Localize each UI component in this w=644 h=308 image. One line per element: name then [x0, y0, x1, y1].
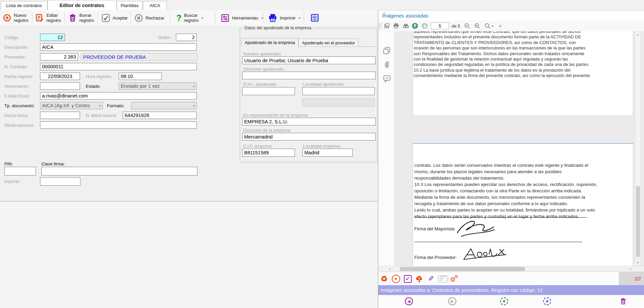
localidad-empresa-input[interactable]: Madrid — [302, 149, 353, 157]
vencimiento-input[interactable] — [40, 82, 80, 90]
cif-empresa-input[interactable]: B81151589 — [242, 149, 295, 157]
importe-input[interactable] — [40, 177, 80, 186]
validate-checkbox-button[interactable]: ✓ — [402, 274, 413, 284]
delete-record-button[interactable]: Borrarregistro — [67, 11, 95, 25]
main-toolbar: Nuevoregistro Editarregistro Borrarregis… — [0, 10, 377, 26]
find-binoculars-button[interactable] — [402, 22, 410, 30]
proveedor-name-box: PROVEEDOR DE PRUEBA — [81, 53, 197, 61]
pin-icon[interactable] — [382, 12, 638, 17]
viewer-side-strip — [378, 31, 395, 266]
direccion-apoderado-input[interactable] — [242, 72, 376, 79]
direccion-empresa-input[interactable]: Mercamadrid — [242, 133, 376, 141]
check-box-icon — [101, 13, 110, 23]
tab-aica[interactable]: AICA — [143, 1, 167, 10]
next-page-button[interactable] — [421, 22, 429, 30]
sign-quill-button[interactable]: ✎ — [425, 274, 437, 284]
print-document-button[interactable] — [392, 22, 400, 30]
settings-gears-button[interactable]: ⚙⚙ — [449, 274, 460, 284]
refresh-recycle-button[interactable]: ♻ — [378, 274, 390, 284]
empty-lower-area — [0, 201, 377, 308]
question-mark-icon: ? — [176, 13, 182, 22]
hora-registro-input[interactable]: 08:10 — [119, 73, 162, 80]
orden-input[interactable]: 2 — [176, 34, 197, 41]
more-tools-chevron[interactable]: ∨ — [496, 22, 504, 30]
cif-empresa-value: B81151589 — [244, 150, 269, 155]
representacion-input[interactable]: EMPRESA 2, S.L.U. — [242, 118, 376, 125]
record-card-button[interactable] — [437, 274, 449, 284]
fecha-registro-input[interactable]: 22/09/2023 — [40, 73, 80, 80]
new-record-button[interactable]: Nuevoregistro — [1, 11, 30, 25]
attachments-paperclip-icon[interactable] — [382, 60, 391, 69]
proveedor-label: Proveedor: — [4, 54, 26, 60]
reject-button[interactable]: Rechazar — [133, 11, 166, 25]
toolbar-separator — [98, 12, 98, 24]
dropdown-arrow-icon: ▾ — [299, 16, 300, 20]
observaciones-input[interactable] — [40, 121, 197, 129]
next-image-button[interactable]: ▶ — [448, 297, 456, 305]
estado-label: Estado: — [86, 84, 101, 89]
export-view-button[interactable] — [383, 22, 391, 30]
zoom-out-button[interactable] — [463, 22, 471, 30]
accept-button[interactable]: Aceptar — [100, 11, 129, 25]
comments-icon[interactable] — [382, 74, 391, 83]
delete-image-button[interactable] — [619, 297, 627, 305]
fecha-registro-value: 22/09/2023 — [48, 74, 72, 79]
pin-label: PIN: — [4, 161, 13, 166]
descripcion-input[interactable]: AICA — [40, 43, 197, 51]
movil-label: N. Movil Autoriz: — [86, 113, 117, 118]
formato-combo[interactable]: ▾ — [131, 102, 197, 109]
clave-firma-input[interactable] — [41, 167, 197, 176]
horizontal-scrollbar[interactable]: ‹ › — [378, 266, 644, 272]
previous-page-button[interactable] — [411, 22, 419, 30]
edit-record-button[interactable]: Editarregistro — [34, 11, 62, 25]
button-label: registro — [46, 18, 61, 23]
estado-combo[interactable]: Enviado por 1 vez▾ — [119, 82, 197, 90]
add-image-alt-button[interactable]: + — [543, 297, 551, 305]
codigo-input[interactable]: 12 — [40, 34, 65, 41]
scroll-down-icon[interactable]: ∨ — [635, 261, 641, 264]
cloud-sync-button[interactable] — [414, 274, 425, 284]
star-circle-icon: ★ — [392, 275, 400, 283]
nombre-apoderado-input[interactable]: Usuario de Prueba; Usuario de Prueba — [242, 56, 376, 64]
movil-input[interactable]: 644291628 — [123, 112, 197, 119]
tab-label: AICA — [150, 3, 160, 8]
descripcion-value: AICA — [42, 44, 53, 50]
add-image-button[interactable]: + — [500, 297, 508, 305]
tab-lista-de-contratos[interactable]: Lista de contratos — [1, 1, 47, 10]
tp-documento-combo[interactable]: AICA (Ag.Inf. y Contro▾ — [40, 102, 103, 109]
estado-value: Enviado por 1 vez — [121, 83, 160, 89]
search-record-button[interactable]: ? Buscarregistro ▾ — [175, 11, 204, 25]
page-number-input[interactable] — [431, 23, 449, 29]
nombre-apoderado-label: Nombre apoderado: — [243, 51, 282, 56]
vertical-scrollbar[interactable]: ∧ ∨ — [635, 31, 641, 266]
tab-apoderado-proveedor[interactable]: Apoderado en el proveedor — [299, 39, 358, 47]
pages-thumbnails-icon[interactable] — [382, 46, 391, 55]
scroll-up-icon[interactable]: ∧ — [635, 33, 641, 37]
favorite-button[interactable]: ★ — [390, 274, 402, 284]
tab-plantillas[interactable]: Plantillas — [117, 1, 143, 10]
firma-mayorista-label: Firma del Mayorista: — [414, 226, 455, 231]
scroll-left-icon[interactable]: ‹ — [389, 267, 390, 271]
button-label: Herramientas — [232, 15, 258, 21]
importe-label: Importe: — [4, 179, 21, 184]
tab-apoderado-empresa[interactable]: Apoderado de la empresa — [241, 38, 299, 47]
zoom-tool-dropdown[interactable]: ▾ — [483, 22, 495, 30]
contrato-input[interactable]: 00000011 — [40, 63, 197, 70]
proveedor-code-input[interactable]: 2.383 — [40, 53, 78, 61]
scroll-right-icon[interactable]: › — [630, 267, 631, 271]
calculator-button[interactable] — [309, 11, 321, 25]
zoom-in-button[interactable] — [473, 22, 481, 30]
email-input[interactable]: a.rivas@dinanet.com — [40, 92, 197, 100]
pin-input[interactable] — [4, 167, 36, 176]
dni-apoderado-input[interactable] — [242, 87, 295, 95]
previous-image-button[interactable]: ◀ — [405, 297, 413, 305]
print-button[interactable]: Imprimir ▾ — [267, 11, 302, 25]
gears-icon: ⚙⚙ — [450, 274, 459, 283]
fecha-firma-input[interactable] — [40, 112, 80, 119]
tab-editor-de-contratos[interactable]: Editor de contratos — [47, 0, 116, 10]
horizontal-scroll-thumb[interactable] — [400, 267, 525, 271]
vertical-scroll-thumb[interactable] — [636, 186, 640, 257]
tools-button[interactable]: Herramientas ▾ — [219, 11, 264, 25]
localidad-empresa-value: Madrid — [304, 150, 319, 155]
localidad-apoderado-input[interactable] — [302, 87, 375, 95]
